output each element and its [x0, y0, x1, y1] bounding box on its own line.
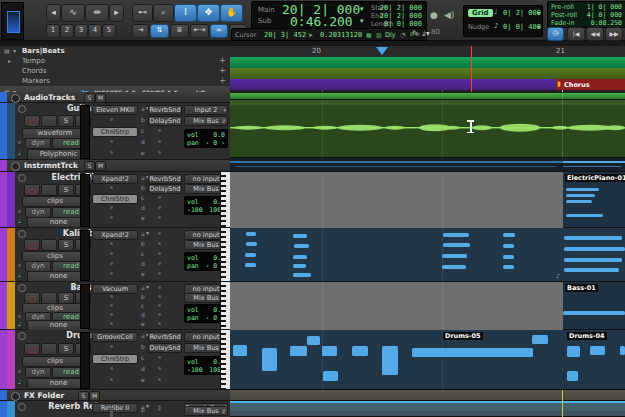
input-monitor-button[interactable]: [41, 184, 57, 196]
zoom-tool-button[interactable]: ⌕: [153, 4, 174, 22]
nudge-label[interactable]: Nudge: [468, 23, 489, 31]
drums-clip-lane[interactable]: Drums-05Drums-04: [230, 330, 625, 390]
solo-button[interactable]: S: [58, 115, 74, 127]
clip-label-electricpiano-01[interactable]: ElectricPiano-01: [565, 174, 625, 182]
folder-solo-button[interactable]: S: [78, 391, 89, 401]
midi-note[interactable]: [246, 242, 257, 246]
dyn-button[interactable]: dyn: [25, 138, 51, 149]
markers-ruler-band[interactable]: ▮ Chorus: [230, 79, 625, 90]
clip-label-drums-04[interactable]: Drums-04: [567, 332, 607, 340]
folder-name[interactable]: InstrmntTrck: [24, 161, 78, 170]
nudge-note-icon[interactable]: ♪: [494, 22, 498, 30]
midi-note[interactable]: [352, 346, 368, 356]
insert-slot-groovecell[interactable]: GrooveCell: [92, 332, 138, 342]
midi-note[interactable]: [503, 255, 514, 259]
track-name-dropdown-icon[interactable]: ▾: [146, 229, 149, 236]
insert-slot-empty-icon[interactable]: [110, 118, 113, 121]
send-slot-empty-icon[interactable]: [158, 322, 161, 325]
nudge-value[interactable]: 0| 0| 480: [503, 23, 541, 31]
midi-note[interactable]: [564, 247, 625, 251]
fast-forward-button[interactable]: ▶▶: [605, 27, 623, 41]
send-slot-empty-icon[interactable]: [158, 196, 161, 199]
midi-note[interactable]: [233, 345, 247, 356]
post-roll-label[interactable]: Post-roll: [551, 11, 577, 19]
midi-note[interactable]: [293, 273, 311, 277]
midi-note[interactable]: [563, 311, 625, 315]
send-slot-empty-icon[interactable]: [158, 378, 161, 381]
insert-slot-empty-icon[interactable]: [110, 151, 113, 154]
track-view-selector[interactable]: clips▾: [22, 356, 88, 367]
instrument-folder-summary-lane[interactable]: [230, 158, 625, 172]
nudge-selection-button[interactable]: ⇤⇥: [190, 24, 209, 38]
main-counter-dropdown-icon[interactable]: ▾: [360, 5, 364, 13]
record-enable-button[interactable]: [24, 343, 40, 355]
track-color-chip[interactable]: [7, 282, 15, 329]
solo-button[interactable]: S: [58, 184, 74, 196]
mini-piano-keyboard[interactable]: [220, 330, 230, 389]
tempo-expand-icon[interactable]: ▸: [8, 57, 11, 64]
record-enable-button[interactable]: [24, 115, 40, 127]
midi-note[interactable]: [307, 336, 320, 345]
mini-piano-keyboard[interactable]: [220, 282, 230, 329]
zoom-left-arrow-button[interactable]: ◂: [46, 4, 61, 22]
tempo-ruler-band[interactable]: [230, 57, 625, 68]
insertion-follows-playback-button[interactable]: ⇅: [150, 24, 169, 38]
trim-tool-button[interactable]: ⊷: [132, 4, 153, 22]
zoom-waveform-vertical-icon[interactable]: ⇹: [85, 4, 109, 22]
zoom-waveform-horizontal-icon[interactable]: ∿: [61, 4, 85, 22]
grid-label[interactable]: Grid: [468, 9, 493, 17]
send-slot-empty-icon[interactable]: [158, 295, 161, 298]
start-value[interactable]: 20| 2| 000: [380, 4, 422, 12]
chords-ruler-band[interactable]: [230, 68, 625, 79]
meter-icon[interactable]: ▦: [366, 31, 372, 38]
mini-piano-keyboard[interactable]: [220, 172, 230, 227]
pencil-mini-icon[interactable]: ✎: [412, 29, 419, 38]
tab-to-transient-button[interactable]: ⇥: [132, 24, 149, 38]
chorus-marker[interactable]: ▮ Chorus: [556, 79, 625, 90]
send-slot-delaysnd[interactable]: DelaySnd: [148, 343, 182, 353]
smart-tool-button[interactable]: ✋: [220, 4, 243, 22]
insert-slot-empty-icon[interactable]: [110, 252, 113, 255]
fx-folder-summary-lane[interactable]: [230, 390, 625, 401]
electric-piano-clip-lane[interactable]: ElectricPiano-01: [230, 172, 625, 228]
grid-note-icon[interactable]: ♩: [494, 8, 497, 16]
midi-note[interactable]: [323, 371, 338, 381]
insert-slot-eleven-mkii[interactable]: Eleven MKII: [92, 105, 138, 115]
edit-selection-region[interactable]: [230, 282, 563, 330]
send-slot-empty-icon[interactable]: [158, 367, 161, 370]
folder-disclosure-icon[interactable]: [11, 94, 20, 103]
send-slot-empty-icon[interactable]: [158, 206, 161, 209]
insert-slot-xpand-2[interactable]: Xpand!2: [92, 174, 138, 184]
pan-left-value[interactable]: ‹100: [187, 366, 203, 374]
insert-slot-empty-icon[interactable]: [110, 140, 113, 143]
folder-solo-button[interactable]: S: [84, 161, 95, 171]
kalimba-clip-lane[interactable]: ♪: [230, 228, 625, 282]
zoom-right-arrow-button[interactable]: ▸: [109, 4, 124, 22]
midi-note[interactable]: [566, 214, 603, 217]
insert-slot-empty-icon[interactable]: [110, 186, 113, 189]
timeline-clock-icon[interactable]: ◔: [400, 31, 406, 39]
timeline-ruler[interactable]: 20 21 ▮ Chorus: [230, 46, 625, 97]
insert-slot-empty-icon[interactable]: [110, 378, 113, 381]
midi-note[interactable]: [567, 346, 580, 357]
nudge-dropdown-icon[interactable]: ▾: [537, 23, 540, 30]
rewind-button[interactable]: ◀◀: [586, 27, 604, 41]
sub-counter-value[interactable]: 0:46.200: [290, 14, 353, 29]
track-color-chip[interactable]: [7, 401, 15, 417]
speaker-monitor-icon[interactable]: ◀): [444, 10, 454, 20]
insert-slot-empty-icon[interactable]: [110, 206, 113, 209]
zoom-preset-1-button[interactable]: 1: [46, 24, 60, 38]
send-slot-empty-icon[interactable]: [158, 252, 161, 255]
mini-piano-keyboard[interactable]: [220, 228, 230, 281]
midi-note[interactable]: [290, 346, 307, 356]
midi-note[interactable]: [246, 232, 256, 236]
playhead-arrow-icon[interactable]: [376, 47, 388, 55]
send-slot-empty-icon[interactable]: [158, 151, 161, 154]
grabber-tool-button[interactable]: ✥: [197, 4, 220, 22]
midi-note[interactable]: [245, 253, 256, 257]
track-color-chip[interactable]: [7, 172, 15, 227]
link-timeline-edit-selection-button[interactable]: ∞: [210, 24, 228, 38]
midi-note[interactable]: [382, 346, 398, 375]
insert-slot-empty-icon[interactable]: [110, 313, 113, 316]
midi-note[interactable]: [566, 188, 599, 191]
